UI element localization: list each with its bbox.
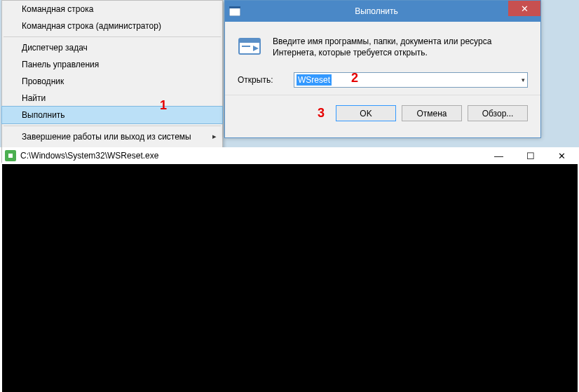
menu-item-control-panel[interactable]: Панель управления [2, 56, 222, 73]
menu-item-search[interactable]: Найти [2, 90, 222, 107]
minimize-button[interactable]: — [483, 147, 515, 164]
menu-item-cmd[interactable]: Командная строка [2, 1, 222, 18]
cmd-app-icon [5, 150, 16, 161]
menu-item-shutdown[interactable]: Завершение работы или выход из системы [2, 128, 222, 145]
close-icon: ✕ [558, 151, 566, 161]
run-icon [238, 36, 263, 61]
chevron-down-icon: ▾ [522, 76, 525, 83]
run-titlebar: Выполнить ✕ [225, 1, 540, 22]
menu-item-run[interactable]: Выполнить [1, 106, 223, 124]
svg-rect-1 [229, 6, 240, 8]
annotation-3: 3 [318, 106, 325, 121]
cancel-button[interactable]: Отмена [402, 105, 462, 121]
run-window-icon [225, 1, 245, 22]
menu-item-cmd-admin[interactable]: Командная строка (администратор) [2, 18, 222, 34]
menu-item-task-manager[interactable]: Диспетчер задач [2, 39, 222, 56]
cmd-title: C:\Windows\System32\WSReset.exe [20, 151, 483, 161]
menu-separator [4, 126, 221, 126]
minimize-icon: — [494, 151, 503, 161]
ok-button[interactable]: OK [336, 105, 396, 121]
open-label: Открыть: [238, 75, 281, 85]
open-input-value: WSreset [297, 74, 332, 86]
cmd-close-button[interactable]: ✕ [546, 147, 578, 164]
run-description: Введите имя программы, папки, документа … [273, 36, 528, 61]
close-button[interactable]: ✕ [508, 1, 540, 16]
maximize-icon: ☐ [526, 151, 535, 161]
run-title: Выполнить [245, 6, 508, 16]
open-combobox[interactable]: WSreset ▾ [294, 72, 528, 88]
browse-button[interactable]: Обзор... [468, 105, 528, 121]
svg-rect-4 [242, 46, 250, 47]
menu-item-explorer[interactable]: Проводник [2, 73, 222, 90]
svg-rect-3 [239, 39, 260, 43]
run-dialog: Выполнить ✕ Введите имя программы, папки… [224, 0, 541, 138]
cmd-window: C:\Windows\System32\WSReset.exe — ☐ ✕ [2, 147, 578, 392]
close-icon: ✕ [521, 4, 529, 14]
cmd-body[interactable] [2, 164, 578, 392]
menu-separator [4, 36, 221, 37]
context-menu: Командная строка Командная строка (админ… [1, 0, 223, 163]
svg-rect-6 [8, 154, 13, 158]
maximize-button[interactable]: ☐ [515, 147, 546, 164]
run-button-bar: 3 OK Отмена Обзор... [225, 95, 540, 131]
cmd-titlebar: C:\Windows\System32\WSReset.exe — ☐ ✕ [2, 147, 578, 164]
